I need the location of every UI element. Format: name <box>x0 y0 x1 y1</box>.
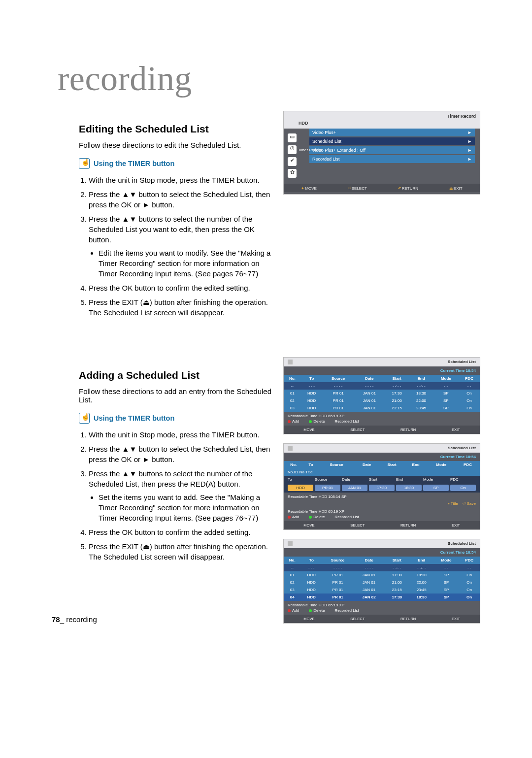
exit-icon: ⏏ <box>143 298 150 306</box>
recordable-time: Recordable Time HDD 65:19 XP <box>284 412 480 419</box>
osd-helpbar: MOVESELECTRETURNEXIT <box>284 521 480 529</box>
current-time-label: Current Time 10:54 <box>284 548 480 557</box>
exit-icon: ⏏ <box>143 542 150 551</box>
col-no: No. <box>284 375 301 382</box>
edit-step4: Press the OK button to confirm the edite… <box>89 283 278 293</box>
delete-action[interactable]: Delete <box>309 515 325 519</box>
osd-menu-scheduled[interactable]: Scheduled List► <box>309 137 475 145</box>
add-step4: Press the OK button to confirm the added… <box>89 527 278 537</box>
col-pdc: PDC <box>459 375 480 382</box>
add-step3: Press the ▲▼ buttons to select the numbe… <box>89 468 278 523</box>
hand-icon <box>79 413 90 424</box>
osd-timer-record: Timer Record HDD ▭ ⏱Timer Record ✔ ✿ Vid… <box>283 111 480 195</box>
adding-heading: Adding a Scheduled List <box>79 369 278 381</box>
page-footer: 78_ recording <box>52 615 97 624</box>
recorded-list-action[interactable]: Recorded List <box>334 608 359 613</box>
col-start: Start <box>385 375 409 382</box>
gear-icon: ✿ <box>288 169 297 178</box>
col-date: Date <box>354 375 385 382</box>
osd-timer-topbar: HDD <box>284 120 480 129</box>
editing-intro: Follow these directions to edit the Sche… <box>79 141 278 149</box>
current-time-label: Current Time 10:54 <box>284 366 480 375</box>
editing-sub: Using the TIMER button <box>94 160 174 167</box>
osd-scheduled-list-1: Scheduled List Current Time 10:54 No. To… <box>283 357 480 434</box>
edit-value-row[interactable]: HDDPR 01JAN 0117:3018:30SPOn <box>284 483 480 493</box>
edit-header-row: ToSourceDateStartEndModePDC <box>284 476 480 483</box>
chevron-right-icon: ► <box>467 139 472 144</box>
edit-step3: Press the ▲▼ buttons to select the numbe… <box>89 214 278 279</box>
osd-helpbar: MOVESELECTRETURNEXIT <box>284 615 480 623</box>
current-time-label: Current Time 10:54 <box>284 453 480 461</box>
add-step5: Press the EXIT (⏏) button after finishin… <box>89 541 278 562</box>
chevron-right-icon: ► <box>467 157 472 162</box>
page-title: recording <box>58 59 480 99</box>
osd-timer-title: Timer Record <box>284 111 480 120</box>
table-row[interactable]: 01HDDPR 01JAN 0117:3018:30SPOn <box>284 571 480 579</box>
col-end: End <box>409 375 433 382</box>
osd-helpbar: MOVESELECTRETURNEXIT <box>284 426 480 434</box>
add-step2: Press the ▲▼ button to select the Schedu… <box>89 444 278 464</box>
adding-sub: Using the TIMER button <box>94 414 174 422</box>
chevron-right-icon: ► <box>467 130 472 135</box>
table-row[interactable]: 03HDDPR 01JAN 0123:1523:45SPOn <box>284 586 480 593</box>
col-source: Source <box>323 375 354 382</box>
add-action[interactable]: Add <box>288 608 299 613</box>
edit-step1: With the unit in Stop mode, press the TI… <box>89 175 278 185</box>
osd-menu-recorded[interactable]: Recorded List► <box>309 155 475 163</box>
col-mode: Mode <box>433 375 459 382</box>
osd-menu-vplus-ext[interactable]: Video Plus+ Extended : Off► <box>309 146 475 154</box>
title-action[interactable]: ▪ Title <box>448 501 458 506</box>
save-action[interactable]: ⏎ Save <box>463 501 476 506</box>
osd-scheduled-list-2: Scheduled List Current Time 10:54 No.ToS… <box>283 443 480 530</box>
add-action[interactable]: Add <box>288 515 299 519</box>
table-row[interactable]: 02HDDPR 01JAN 0121:0022:00SPOn <box>284 397 480 404</box>
media-icon: ▭ <box>288 133 297 142</box>
add-action[interactable]: Add <box>288 419 299 424</box>
adding-intro: Follow these directions to add an entry … <box>79 387 278 404</box>
delete-action[interactable]: Delete <box>309 419 325 424</box>
recordable-time: Recordable Time HDD 65:19 XP <box>284 601 480 608</box>
entry-title: No.01 No Title <box>284 468 480 476</box>
osd-helpbar: ✦MOVE ⏎SELECT ↶RETURN ⏏EXIT <box>284 184 480 192</box>
table-row[interactable]: 02HDDPR 01JAN 0121:0022:00SPOn <box>284 579 480 586</box>
clock-icon: ⏱ <box>288 145 297 154</box>
recordable-time: Recordable Time HDD 108:14 SP <box>284 493 480 500</box>
delete-action[interactable]: Delete <box>309 608 325 613</box>
table-row[interactable]: --- - -- - - -- - - -- -:- -- -:- -- -- … <box>284 564 480 571</box>
edit-step2: Press the ▲▼ button to select the Schedu… <box>89 189 278 210</box>
add-step1: With the unit in Stop mode, press the TI… <box>89 429 278 440</box>
edit-step3-bullet: Edit the items you want to modify. See t… <box>99 248 278 279</box>
table-row[interactable]: --- - -- - - -- - - -- -:- -- -:- -- -- … <box>284 382 480 390</box>
check-icon: ✔ <box>288 157 297 166</box>
col-to: To <box>301 375 323 382</box>
chevron-right-icon: ► <box>467 148 472 153</box>
osd-menu-videoplus[interactable]: Video Plus+► <box>309 129 475 136</box>
hand-icon <box>79 158 90 169</box>
recorded-list-action[interactable]: Recorded List <box>334 419 359 424</box>
recordable-time: Recordable Time HDD 65:19 XP <box>284 507 480 515</box>
square-icon <box>288 541 293 546</box>
osd-scheduled-list-3: Scheduled List Current Time 10:54 No.ToS… <box>283 539 480 624</box>
table-row[interactable]: 03HDDPR 01JAN 0123:1523:45SPOn <box>284 404 480 412</box>
table-row[interactable]: 01HDDPR 01JAN 0117:3018:30SPOn <box>284 390 480 397</box>
table-row[interactable]: 04HDDPR 01JAN 0217:3018:30SPOn <box>284 593 480 601</box>
square-icon <box>288 360 293 364</box>
square-icon <box>288 446 293 451</box>
editing-heading: Editing the Scheduled List <box>79 123 278 135</box>
recorded-list-action[interactable]: Recorded List <box>334 515 359 519</box>
edit-step5: Press the EXIT (⏏) button after finishin… <box>89 297 278 318</box>
add-step3-bullet: Set the items you want to add. See the "… <box>99 492 278 523</box>
